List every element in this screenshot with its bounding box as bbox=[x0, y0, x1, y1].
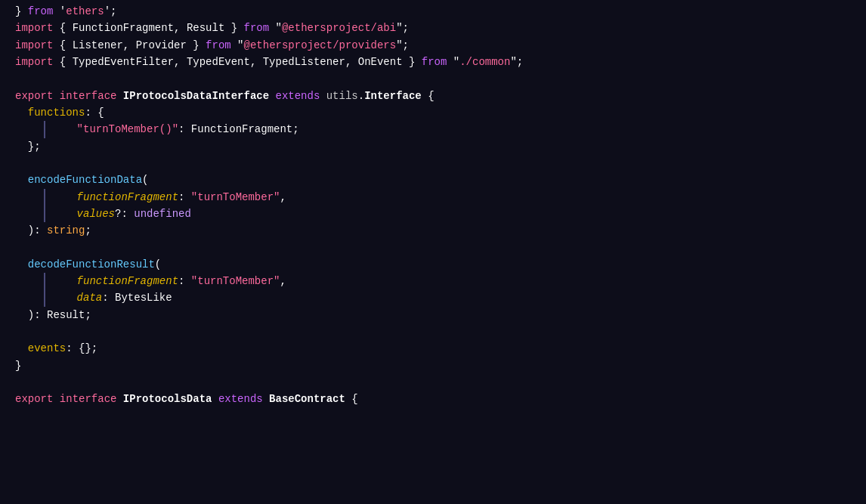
token: Result bbox=[47, 307, 85, 323]
code-line: ): Result; bbox=[0, 307, 866, 323]
token: functions bbox=[15, 104, 85, 121]
token: . bbox=[358, 88, 364, 104]
token: Interface bbox=[364, 88, 422, 104]
token: { bbox=[53, 37, 72, 54]
token: ): bbox=[15, 222, 47, 239]
token bbox=[116, 88, 122, 104]
token: Provider bbox=[136, 37, 187, 54]
token: from bbox=[206, 37, 231, 54]
token: import bbox=[15, 54, 53, 70]
code-line: values?: undefined bbox=[0, 206, 866, 222]
token: ./common bbox=[459, 54, 510, 70]
token: TypedEventFilter bbox=[73, 54, 174, 70]
token: } bbox=[15, 3, 28, 20]
token: IProtocolsData bbox=[123, 391, 212, 407]
token bbox=[53, 391, 59, 407]
code-line bbox=[0, 323, 866, 340]
token: "; bbox=[510, 54, 523, 70]
token: import bbox=[15, 37, 53, 54]
token bbox=[212, 391, 218, 407]
token: } bbox=[187, 37, 206, 54]
token: export bbox=[15, 391, 53, 407]
code-line: } from 'ethers'; bbox=[0, 3, 866, 20]
token: "; bbox=[396, 20, 409, 36]
token: { bbox=[345, 391, 358, 407]
token: ( bbox=[155, 256, 161, 273]
token: from bbox=[28, 3, 54, 20]
token: { bbox=[53, 20, 72, 36]
code-line: encodeFunctionData( bbox=[0, 172, 866, 188]
code-line: functionFragment: "turnToMember", bbox=[0, 189, 866, 206]
token: , bbox=[250, 54, 263, 70]
token: from bbox=[244, 20, 270, 36]
code-line: data: BytesLike bbox=[0, 289, 866, 306]
code-line: } bbox=[0, 357, 866, 374]
token: encodeFunctionData bbox=[15, 172, 142, 188]
code-line bbox=[0, 71, 866, 88]
token: ): bbox=[15, 307, 47, 323]
token: ; bbox=[85, 307, 91, 323]
token: OnEvent bbox=[358, 54, 403, 70]
token: { bbox=[422, 88, 435, 104]
token: extends bbox=[276, 88, 320, 104]
token: { bbox=[53, 54, 72, 70]
token: extends bbox=[218, 391, 263, 407]
token: from bbox=[422, 54, 447, 70]
token: TypedEvent bbox=[187, 54, 250, 70]
token: , bbox=[174, 54, 187, 70]
code-line: import { TypedEventFilter, TypedEvent, T… bbox=[0, 54, 866, 70]
token: : {}; bbox=[66, 340, 97, 357]
token bbox=[53, 88, 59, 104]
code-line bbox=[0, 240, 866, 256]
code-line: functionFragment: "turnToMember", bbox=[0, 273, 866, 289]
token: } bbox=[403, 54, 422, 70]
token: export bbox=[15, 88, 53, 104]
token: " bbox=[447, 54, 459, 70]
token: @ethersproject/providers bbox=[244, 37, 397, 54]
token: ' bbox=[53, 3, 66, 20]
code-line bbox=[0, 155, 866, 172]
token: TypedListener bbox=[263, 54, 345, 70]
token bbox=[320, 88, 326, 104]
code-line: import { FunctionFragment, Result } from… bbox=[0, 20, 866, 36]
token: events bbox=[15, 340, 66, 357]
token: , bbox=[174, 20, 187, 36]
token: @ethersproject/abi bbox=[282, 20, 396, 36]
token bbox=[263, 391, 269, 407]
token: interface bbox=[60, 391, 117, 407]
code-editor: } from 'ethers';import { FunctionFragmen… bbox=[0, 0, 866, 504]
token: " bbox=[231, 37, 244, 54]
token: FunctionFragment bbox=[73, 20, 174, 36]
token: ethers bbox=[66, 3, 104, 20]
token: BaseContract bbox=[269, 391, 345, 407]
code-line: "turnToMember()": FunctionFragment; bbox=[0, 121, 866, 138]
token: IProtocolsDataInterface bbox=[123, 88, 269, 104]
token: , bbox=[123, 37, 136, 54]
code-line: functions: { bbox=[0, 104, 866, 121]
token: "; bbox=[396, 37, 409, 54]
token: } bbox=[224, 20, 243, 36]
code-line: export interface IProtocolsData extends … bbox=[0, 391, 866, 407]
code-line: decodeFunctionResult( bbox=[0, 256, 866, 273]
token bbox=[116, 391, 122, 407]
token: ( bbox=[142, 172, 148, 188]
code-line: import { Listener, Provider } from "@eth… bbox=[0, 37, 866, 54]
token: , bbox=[345, 54, 358, 70]
token: import bbox=[15, 20, 53, 36]
token: }; bbox=[15, 138, 41, 155]
token: } bbox=[15, 357, 21, 374]
code-line: }; bbox=[0, 138, 866, 155]
code-line: ): string; bbox=[0, 222, 866, 239]
token: Listener bbox=[73, 37, 123, 54]
code-line bbox=[0, 374, 866, 391]
code-line: events: {}; bbox=[0, 340, 866, 357]
token: ; bbox=[85, 222, 91, 239]
token: string bbox=[47, 222, 85, 239]
token bbox=[269, 88, 275, 104]
token: Result bbox=[187, 20, 224, 36]
token: interface bbox=[60, 88, 117, 104]
token: : { bbox=[85, 104, 104, 121]
token: decodeFunctionResult bbox=[15, 256, 155, 273]
token: '; bbox=[104, 3, 117, 20]
token: " bbox=[269, 20, 282, 36]
